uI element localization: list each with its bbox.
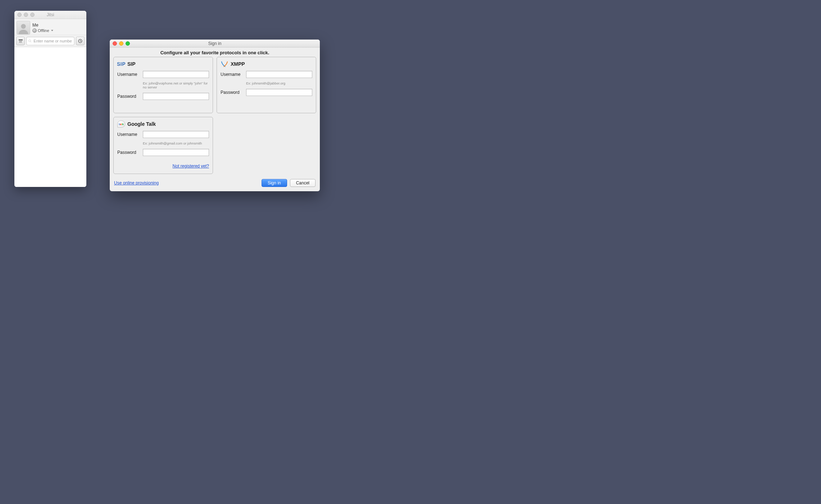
main-toolbar bbox=[14, 35, 86, 47]
search-field-wrapper[interactable] bbox=[26, 37, 74, 45]
gtalk-password-row: Password bbox=[117, 149, 209, 156]
search-input[interactable] bbox=[33, 38, 73, 43]
gtalk-panel: talk Google Talk Username Ex: johnsmith@… bbox=[113, 117, 213, 174]
signin-bottom-row: Use online provisioning Sign in Cancel bbox=[110, 174, 320, 191]
signin-button[interactable]: Sign in bbox=[262, 179, 287, 187]
main-titlebar[interactable]: Jitsi bbox=[14, 11, 86, 19]
signin-button-label: Sign in bbox=[268, 180, 281, 185]
xmpp-password-label: Password bbox=[221, 90, 244, 95]
search-icon bbox=[28, 39, 32, 43]
presence-status-selector[interactable]: Offline bbox=[32, 28, 53, 33]
close-icon[interactable] bbox=[113, 41, 117, 46]
sip-username-label: Username bbox=[117, 72, 141, 77]
user-block: Me Offline bbox=[32, 23, 53, 33]
gtalk-logo-icon: talk bbox=[117, 121, 125, 127]
svg-line-8 bbox=[31, 42, 31, 42]
protocol-panels: SIP SIP Username Ex: john@voiphone.net o… bbox=[110, 57, 320, 174]
gtalk-username-label: Username bbox=[117, 132, 141, 137]
svg-point-0 bbox=[21, 24, 26, 29]
gtalk-panel-header: talk Google Talk bbox=[117, 121, 209, 127]
xmpp-username-input[interactable] bbox=[246, 71, 312, 78]
dialpad-button[interactable] bbox=[16, 37, 25, 45]
sip-username-input[interactable] bbox=[143, 71, 209, 78]
minimize-icon[interactable] bbox=[24, 13, 28, 17]
svg-point-3 bbox=[21, 41, 22, 42]
provisioning-link[interactable]: Use online provisioning bbox=[114, 180, 159, 185]
xmpp-username-hint: Ex: johnsmith@jabber.org bbox=[246, 81, 312, 85]
sip-password-label: Password bbox=[117, 94, 141, 99]
gtalk-username-hint: Ex: johnsmith@gmail.com or johnsmith bbox=[143, 141, 209, 145]
gtalk-username-hint-row: Ex: johnsmith@gmail.com or johnsmith bbox=[117, 140, 209, 147]
sip-logo-icon: SIP bbox=[117, 61, 125, 67]
status-label: Offline bbox=[38, 28, 49, 33]
sip-panel-header: SIP SIP bbox=[117, 61, 209, 67]
gtalk-register-link[interactable]: Not registered yet? bbox=[173, 164, 209, 169]
zoom-icon[interactable] bbox=[30, 13, 35, 17]
gtalk-password-label: Password bbox=[117, 150, 141, 155]
sip-panel: SIP SIP Username Ex: john@voiphone.net o… bbox=[113, 57, 213, 113]
gtalk-username-input[interactable] bbox=[143, 131, 209, 138]
svg-point-6 bbox=[21, 42, 22, 43]
svg-point-1 bbox=[19, 41, 20, 42]
gtalk-title: Google Talk bbox=[127, 121, 156, 127]
signin-heading: Configure all your favorite protocols in… bbox=[110, 47, 320, 57]
sip-username-hint: Ex: john@voiphone.net or simply "john" f… bbox=[143, 81, 209, 89]
xmpp-password-input[interactable] bbox=[246, 89, 312, 96]
gtalk-password-input[interactable] bbox=[143, 149, 209, 156]
contact-list-area bbox=[14, 47, 86, 187]
svg-point-5 bbox=[20, 42, 21, 43]
signin-title: Sign in bbox=[110, 41, 320, 46]
svg-point-4 bbox=[19, 42, 20, 43]
signin-dialog: Sign in Configure all your favorite prot… bbox=[110, 40, 320, 191]
gtalk-username-row: Username bbox=[117, 131, 209, 138]
avatar-placeholder-icon bbox=[17, 22, 30, 34]
dialpad-icon bbox=[18, 38, 23, 43]
status-dot-icon bbox=[32, 28, 37, 33]
xmpp-title: XMPP bbox=[231, 61, 245, 67]
xmpp-password-row: Password bbox=[221, 89, 312, 96]
signin-titlebar[interactable]: Sign in bbox=[110, 40, 320, 47]
signin-traffic-lights bbox=[110, 41, 130, 46]
xmpp-logo-icon bbox=[221, 61, 228, 67]
sip-username-row: Username bbox=[117, 71, 209, 78]
sip-password-row: Password bbox=[117, 93, 209, 100]
svg-point-7 bbox=[29, 40, 31, 42]
xmpp-panel: XMPP Username Ex: johnsmith@jabber.org P… bbox=[217, 57, 316, 113]
avatar[interactable] bbox=[17, 21, 30, 35]
sip-title: SIP bbox=[127, 61, 136, 67]
history-button[interactable] bbox=[76, 37, 85, 45]
cancel-button-label: Cancel bbox=[296, 180, 309, 185]
main-traffic-lights bbox=[14, 13, 35, 17]
zoom-icon[interactable] bbox=[126, 41, 130, 46]
chevron-down-icon bbox=[51, 30, 53, 31]
user-name[interactable]: Me bbox=[32, 23, 53, 28]
clock-icon bbox=[78, 38, 83, 43]
xmpp-username-row: Username bbox=[221, 71, 312, 78]
close-icon[interactable] bbox=[17, 13, 22, 17]
svg-point-2 bbox=[20, 41, 21, 42]
sip-password-input[interactable] bbox=[143, 93, 209, 100]
xmpp-username-hint-row: Ex: johnsmith@jabber.org bbox=[221, 80, 312, 87]
cancel-button[interactable]: Cancel bbox=[290, 179, 316, 187]
minimize-icon[interactable] bbox=[119, 41, 123, 46]
xmpp-panel-header: XMPP bbox=[221, 61, 312, 67]
xmpp-username-label: Username bbox=[221, 72, 244, 77]
sip-username-hint-row: Ex: john@voiphone.net or simply "john" f… bbox=[117, 80, 209, 91]
main-header: Me Offline bbox=[14, 19, 86, 35]
jitsi-main-window: Jitsi Me Offline bbox=[14, 11, 86, 187]
